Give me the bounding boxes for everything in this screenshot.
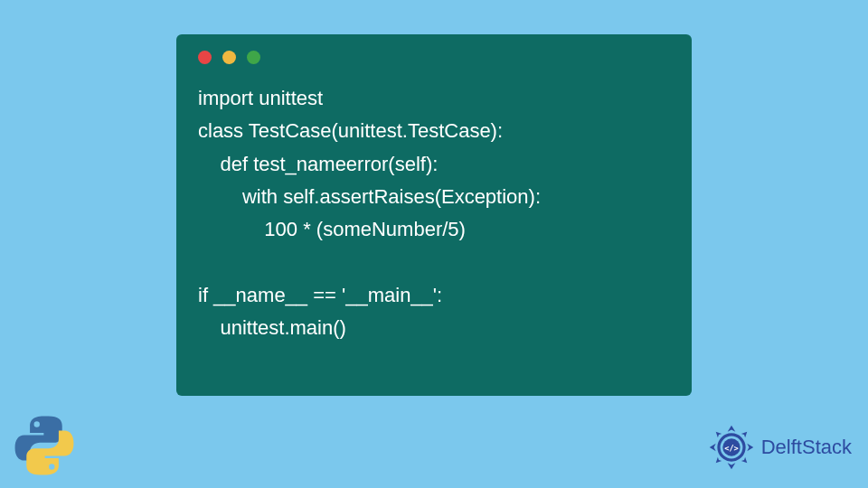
code-window: import unittest class TestCase(unittest.… [176,34,692,396]
window-controls [198,51,670,64]
code-block: import unittest class TestCase(unittest.… [198,82,670,344]
close-icon [198,51,212,64]
svg-text:</>: </> [724,444,739,453]
minimize-icon [222,51,236,64]
delftstack-label: DelftStack [761,436,852,459]
delftstack-branding: </> </> DelftStack [707,423,852,472]
maximize-icon [247,51,260,64]
delftstack-badge-icon: </> </> [707,423,756,472]
python-logo-icon [13,414,76,477]
